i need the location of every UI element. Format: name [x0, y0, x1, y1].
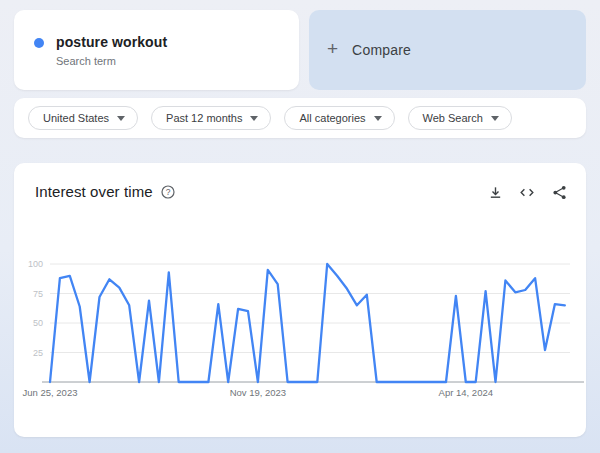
filter-category-label: All categories — [299, 112, 365, 124]
svg-text:50: 50 — [33, 318, 43, 328]
compare-add-card[interactable]: + Compare — [309, 10, 586, 90]
search-term-type: Search term — [56, 55, 167, 67]
chevron-down-icon — [250, 116, 258, 121]
filter-search-type-label: Web Search — [423, 112, 483, 124]
svg-text:Jun 25, 2023: Jun 25, 2023 — [23, 387, 78, 398]
interest-over-time-card: Interest over time ? — [14, 163, 586, 437]
chevron-down-icon — [117, 116, 125, 121]
filter-time-range-label: Past 12 months — [166, 112, 242, 124]
plus-icon: + — [327, 38, 338, 60]
svg-text:25: 25 — [33, 348, 43, 358]
compare-label: Compare — [352, 42, 411, 58]
series-color-dot — [34, 38, 44, 48]
filter-time-range[interactable]: Past 12 months — [151, 106, 271, 130]
filter-search-type[interactable]: Web Search — [408, 106, 512, 130]
chevron-down-icon — [374, 116, 382, 121]
filter-region[interactable]: United States — [28, 106, 138, 130]
filter-region-label: United States — [43, 112, 109, 124]
search-term-card[interactable]: posture workout Search term — [14, 10, 299, 90]
search-term-label: posture workout — [56, 34, 167, 50]
filter-category[interactable]: All categories — [284, 106, 394, 130]
chevron-down-icon — [491, 116, 499, 121]
interest-over-time-chart[interactable]: 255075100Jun 25, 2023Nov 19, 2023Apr 14,… — [14, 163, 586, 437]
svg-text:Apr 14, 2024: Apr 14, 2024 — [439, 387, 493, 398]
svg-text:75: 75 — [33, 289, 43, 299]
svg-text:100: 100 — [28, 259, 43, 269]
svg-text:Nov 19, 2023: Nov 19, 2023 — [230, 387, 287, 398]
filter-bar: United States Past 12 months All categor… — [14, 98, 586, 138]
